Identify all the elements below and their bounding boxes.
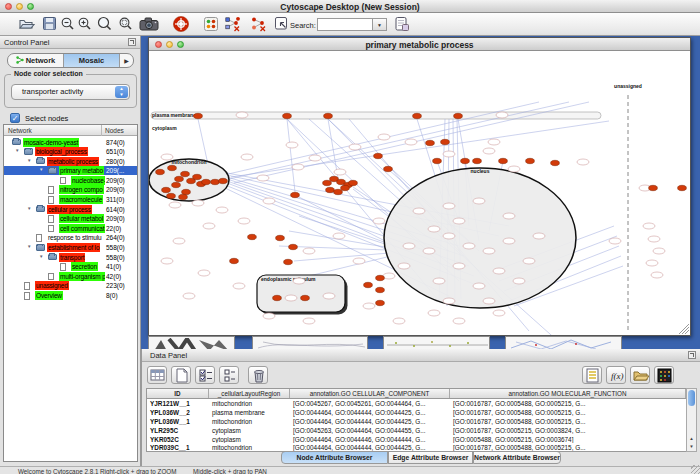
function-builder-button[interactable]: f(x) <box>606 366 626 384</box>
selected-network-node[interactable] <box>441 139 450 144</box>
help-lifesaver-icon[interactable] <box>173 16 189 32</box>
network-node[interactable] <box>203 223 215 229</box>
network-node[interactable] <box>161 258 173 264</box>
table-row[interactable]: YKR052Ccytoplasm[GO:0044464, GO:0044446,… <box>147 435 686 444</box>
network-node[interactable] <box>503 238 515 244</box>
selected-network-node[interactable] <box>376 287 385 292</box>
matrix-button[interactable] <box>654 366 674 384</box>
selected-network-node[interactable] <box>276 235 285 240</box>
selected-network-node[interactable] <box>326 187 335 192</box>
selected-network-node[interactable] <box>211 179 220 184</box>
tree-row[interactable]: secretion41(0) <box>4 262 137 272</box>
selected-network-node[interactable] <box>202 179 211 184</box>
import-folder-button[interactable] <box>630 366 650 384</box>
tabs-overflow-arrow[interactable]: ▶ <box>120 54 133 67</box>
layout-network-1-icon[interactable] <box>224 16 242 32</box>
network-node[interactable] <box>463 243 475 249</box>
layout-network-2-icon[interactable] <box>250 16 268 32</box>
network-node[interactable] <box>513 278 525 284</box>
selected-network-node[interactable] <box>413 113 422 118</box>
network-node[interactable] <box>523 258 535 264</box>
selected-network-node[interactable] <box>219 178 228 183</box>
expander-icon[interactable]: ▼ <box>15 148 19 153</box>
selected-network-node[interactable] <box>334 189 343 194</box>
background-window-4[interactable] <box>505 336 622 349</box>
selected-network-node[interactable] <box>291 192 300 197</box>
selected-network-node[interactable] <box>162 187 171 192</box>
selected-network-node[interactable] <box>499 158 508 163</box>
network-node[interactable] <box>443 298 455 304</box>
float-data-panel-icon[interactable] <box>688 351 696 359</box>
network-node[interactable] <box>493 268 505 274</box>
expander-icon[interactable]: ▼ <box>27 244 31 249</box>
selected-network-node[interactable] <box>426 140 435 145</box>
network-node[interactable] <box>651 272 663 278</box>
network-node[interactable] <box>405 139 417 145</box>
tab-edge-attribute-browser[interactable]: Edge Attribute Browser <box>388 451 473 464</box>
selected-network-node[interactable] <box>156 169 165 174</box>
network-node[interactable] <box>383 273 395 279</box>
network-node[interactable] <box>183 293 195 299</box>
tree-row[interactable]: ▼primary metabo209(... <box>4 166 137 176</box>
network-node[interactable] <box>453 263 465 269</box>
network-node[interactable] <box>453 218 465 224</box>
selected-network-node[interactable] <box>181 171 190 176</box>
selected-network-node[interactable] <box>175 176 184 181</box>
network-node[interactable] <box>303 248 315 254</box>
selected-network-node[interactable] <box>374 153 383 158</box>
network-node[interactable] <box>323 293 335 299</box>
attribute-list-button[interactable] <box>582 366 602 384</box>
network-node[interactable] <box>241 154 253 160</box>
selected-network-node[interactable] <box>364 282 373 287</box>
tab-mosaic[interactable]: Mosaic <box>64 54 120 67</box>
network-node[interactable] <box>353 258 365 264</box>
scrollbar-thumb[interactable] <box>688 390 695 406</box>
network-canvas[interactable]: mitochondrionnucleusendoplasmic reticulu… <box>149 51 690 335</box>
search-doc-icon[interactable] <box>394 16 410 32</box>
network-node[interactable] <box>216 207 228 213</box>
network-node[interactable] <box>373 218 385 224</box>
node-color-dropdown[interactable]: transporter activity ▲▼ <box>11 84 130 100</box>
network-node[interactable] <box>577 159 589 165</box>
delete-attributes-button[interactable] <box>248 366 268 384</box>
network-node[interactable] <box>428 226 440 232</box>
selected-network-node[interactable] <box>168 165 177 170</box>
network-node[interactable] <box>403 243 415 249</box>
network-node[interactable] <box>393 318 405 324</box>
export-camera-icon[interactable] <box>139 16 160 32</box>
column-header[interactable]: annotation.GO CELLULAR_COMPONENT <box>290 389 450 398</box>
network-edge[interactable] <box>287 119 295 192</box>
expander-icon[interactable]: ▼ <box>39 167 43 172</box>
select-attributes-button[interactable] <box>195 366 215 384</box>
network-node[interactable] <box>443 233 455 239</box>
search-dropdown-arrow[interactable]: ▼ <box>372 18 387 31</box>
network-node[interactable] <box>503 213 515 219</box>
network-node[interactable] <box>423 248 435 254</box>
selected-network-node[interactable] <box>193 174 202 179</box>
mosaic-icon[interactable] <box>203 16 219 32</box>
selected-network-node[interactable] <box>376 275 385 280</box>
network-node[interactable] <box>263 313 275 319</box>
tab-network[interactable]: Network <box>8 54 64 67</box>
network-node[interactable] <box>333 233 345 239</box>
tree-row[interactable]: macromolecule311(0) <box>4 195 137 205</box>
zoom-out-icon[interactable] <box>60 16 76 32</box>
network-node[interactable] <box>413 208 425 214</box>
network-node[interactable] <box>238 218 250 224</box>
network-node[interactable] <box>236 112 248 118</box>
selected-network-node[interactable] <box>273 295 282 300</box>
network-node[interactable] <box>286 142 298 148</box>
network-node[interactable] <box>303 318 315 324</box>
tree-row[interactable]: mosaic-demo-yeast874(0) <box>4 137 137 147</box>
selected-network-node[interactable] <box>230 258 239 263</box>
tab-node-attribute-browser[interactable]: Node Attribute Browser <box>281 451 388 464</box>
network-node[interactable] <box>398 263 410 269</box>
column-header[interactable]: annotation.GO MOLECULAR_FUNCTION <box>450 389 686 398</box>
network-node[interactable] <box>173 238 185 244</box>
selected-network-node[interactable] <box>349 180 358 185</box>
selected-network-node[interactable] <box>283 113 292 118</box>
search-input[interactable] <box>317 18 372 31</box>
tree-row[interactable]: ▼cellular process614(0) <box>4 204 137 214</box>
selected-network-node[interactable] <box>323 180 332 185</box>
save-icon[interactable] <box>42 16 57 32</box>
